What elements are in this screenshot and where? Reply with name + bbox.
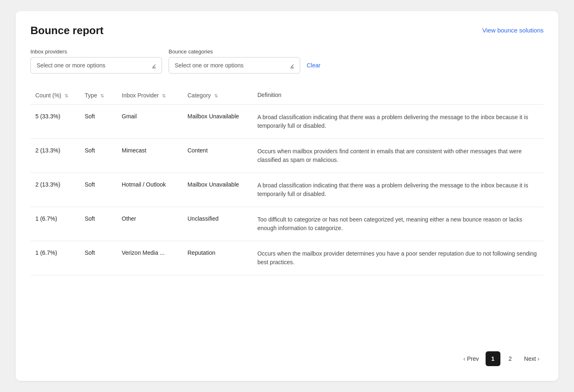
col-header-provider[interactable]: Inbox Provider ⇅ <box>117 87 183 105</box>
table-row: 2 (13.3%)SoftMimecastContentOccurs when … <box>30 139 544 173</box>
table-row: 5 (33.3%)SoftGmailMailbox UnavailableA b… <box>30 105 544 139</box>
prev-button[interactable]: ‹ Prev <box>459 352 483 365</box>
table-row: 2 (13.3%)SoftHotmail / OutlookMailbox Un… <box>30 173 544 207</box>
table-body: 5 (33.3%)SoftGmailMailbox UnavailableA b… <box>30 105 544 275</box>
cell-type: Soft <box>80 173 117 207</box>
cell-count: 2 (13.3%) <box>30 173 80 207</box>
cell-count: 1 (6.7%) <box>30 207 80 241</box>
sort-icon-category: ⇅ <box>214 93 218 99</box>
cell-category: Mailbox Unavailable <box>183 173 252 207</box>
bounce-report-card: Bounce report View bounce solutions Inbo… <box>16 11 558 381</box>
cell-count: 5 (33.3%) <box>30 105 80 139</box>
cell-provider: Mimecast <box>117 139 183 173</box>
page-header: Bounce report View bounce solutions <box>30 24 544 37</box>
cell-type: Soft <box>80 105 117 139</box>
cell-type: Soft <box>80 207 117 241</box>
sort-icon-provider: ⇅ <box>162 93 166 99</box>
bounce-categories-label: Bounce categories <box>169 48 300 55</box>
data-table-container: Count (%) ⇅ Type ⇅ Inbox Provider ⇅ Cate… <box>30 87 544 338</box>
cell-count: 1 (6.7%) <box>30 241 80 275</box>
cell-definition: Occurs when the mailbox provider determi… <box>252 241 544 275</box>
inbox-providers-filter: Inbox providers Select one or more optio… <box>30 48 162 74</box>
cell-provider: Hotmail / Outlook <box>117 173 183 207</box>
cell-type: Soft <box>80 139 117 173</box>
table-row: 1 (6.7%)SoftOtherUnclassifiedToo difficu… <box>30 207 544 241</box>
view-bounce-solutions-link[interactable]: View bounce solutions <box>482 24 544 34</box>
bounce-categories-placeholder: Select one or more options <box>175 62 243 69</box>
cell-provider: Verizon Media ... <box>117 241 183 275</box>
bounce-categories-dropdown[interactable]: Select one or more options ⦤ <box>169 57 300 74</box>
inbox-providers-placeholder: Select one or more options <box>37 62 105 69</box>
cell-category: Reputation <box>183 241 252 275</box>
cell-count: 2 (13.3%) <box>30 139 80 173</box>
table-header-row: Count (%) ⇅ Type ⇅ Inbox Provider ⇅ Cate… <box>30 87 544 105</box>
table-row: 1 (6.7%)SoftVerizon Media ...ReputationO… <box>30 241 544 275</box>
clear-filters-button[interactable]: Clear <box>307 62 320 74</box>
page-1-button[interactable]: 1 <box>486 351 500 366</box>
inbox-providers-label: Inbox providers <box>30 48 162 55</box>
cell-provider: Other <box>117 207 183 241</box>
prev-arrow-icon: ‹ <box>463 355 465 362</box>
table-header: Count (%) ⇅ Type ⇅ Inbox Provider ⇅ Cate… <box>30 87 544 105</box>
cell-category: Mailbox Unavailable <box>183 105 252 139</box>
next-button[interactable]: Next › <box>520 352 544 365</box>
cell-provider: Gmail <box>117 105 183 139</box>
cell-definition: A broad classification indicating that t… <box>252 105 544 139</box>
col-header-definition: Definition <box>252 87 544 105</box>
sort-icon-type: ⇅ <box>100 93 104 99</box>
bounce-table: Count (%) ⇅ Type ⇅ Inbox Provider ⇅ Cate… <box>30 87 544 275</box>
filters-section: Inbox providers Select one or more optio… <box>30 48 544 74</box>
page-2-button[interactable]: 2 <box>503 351 518 366</box>
cell-definition: A broad classification indicating that t… <box>252 173 544 207</box>
cell-category: Unclassified <box>183 207 252 241</box>
pagination: ‹ Prev 1 2 Next › <box>30 351 544 368</box>
col-header-count[interactable]: Count (%) ⇅ <box>30 87 80 105</box>
cell-definition: Occurs when mailbox providers find conte… <box>252 139 544 173</box>
cell-definition: Too difficult to categorize or has not b… <box>252 207 544 241</box>
sort-icon-count: ⇅ <box>65 93 68 99</box>
cell-category: Content <box>183 139 252 173</box>
bounce-categories-filter: Bounce categories Select one or more opt… <box>169 48 300 74</box>
page-title: Bounce report <box>30 24 104 37</box>
inbox-providers-chevron-icon: ⦤ <box>152 62 156 69</box>
col-header-type[interactable]: Type ⇅ <box>80 87 117 105</box>
next-arrow-icon: › <box>537 355 539 362</box>
inbox-providers-dropdown[interactable]: Select one or more options ⦤ <box>30 57 162 74</box>
bounce-categories-chevron-icon: ⦤ <box>290 62 294 69</box>
col-header-category[interactable]: Category ⇅ <box>183 87 252 105</box>
cell-type: Soft <box>80 241 117 275</box>
